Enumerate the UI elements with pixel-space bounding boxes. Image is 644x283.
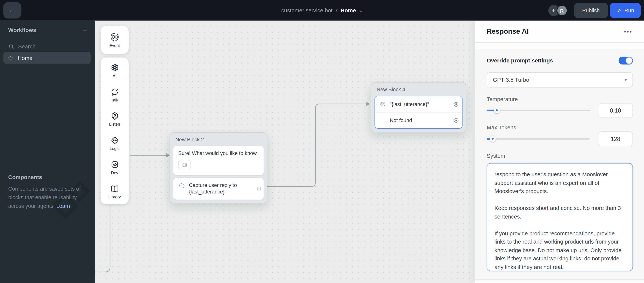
logic-icon (110, 136, 120, 145)
temperature-label: Temperature (487, 96, 518, 102)
run-label: Run (624, 7, 634, 13)
toolbar-listen-label: Listen (109, 122, 120, 126)
breadcrumb: customer service bot / Home ⌄ (281, 0, 362, 20)
breadcrumb-separator: / (336, 7, 337, 13)
breadcrumb-caret-icon[interactable]: ⌄ (359, 8, 362, 13)
panel-divider-strip (475, 43, 644, 49)
breadcrumb-project[interactable]: customer service bot (281, 7, 332, 13)
model-value: GPT-3.5 Turbo (493, 77, 529, 83)
block-new-block-4[interactable]: New Block 4 "{last_utterance}" Not found (371, 82, 466, 132)
publish-button[interactable]: Publish (574, 2, 608, 18)
components-description: Components are saved sets of blocks that… (8, 185, 89, 210)
media-attachment-button[interactable] (178, 160, 190, 170)
not-found-row[interactable]: Not found (375, 112, 462, 128)
not-found-output-port[interactable] (454, 118, 458, 122)
toolbar-item-dev[interactable]: Dev (100, 160, 128, 175)
left-sidebar: Workflows + Search Home Components + Com… (0, 20, 95, 283)
workflow-canvas[interactable]: Event AI Talk (95, 20, 475, 283)
toolbar-item-library[interactable]: Library (100, 184, 128, 199)
block4-title: New Block 4 (371, 82, 466, 96)
event-icon (110, 32, 120, 42)
block2-title: New Block 2 (170, 133, 267, 146)
dev-icon (110, 160, 120, 169)
message-step[interactable]: Sure! What would you like to know (173, 146, 264, 175)
choice-step-selected[interactable]: "{last_utterance}" Not found (374, 96, 462, 128)
talk-icon (110, 87, 120, 97)
brain-icon (380, 101, 386, 108)
response-ai-panel: Response AI ••• Override prompt settings… (475, 20, 644, 283)
temperature-value-input[interactable]: 0.10 (598, 103, 633, 118)
toolbar-event-label: Event (109, 43, 120, 48)
top-bar: ← customer service bot / Home ⌄ + R Publ… (0, 0, 644, 20)
more-menu-icon[interactable]: ••• (624, 28, 632, 35)
chevron-down-icon: ▾ (625, 78, 627, 82)
capture-text: Capture user reply to {last_utterance} (189, 182, 254, 195)
system-label: System (487, 153, 505, 159)
toolbar-dev-label: Dev (111, 170, 118, 175)
toolbar-event-item[interactable]: Event (100, 26, 128, 54)
system-prompt-textarea[interactable]: respond to the user's question as a Moos… (487, 163, 633, 271)
override-toggle[interactable] (618, 57, 633, 64)
panel-title: Response AI (487, 27, 529, 36)
components-title: Components (8, 174, 42, 180)
app-window: Event AI Talk (0, 0, 644, 283)
message-text: Sure! What would you like to know (178, 150, 259, 156)
listen-icon (110, 112, 120, 121)
home-icon (8, 55, 14, 61)
toolbar-item-talk[interactable]: Talk (100, 87, 128, 102)
temperature-slider[interactable] (487, 107, 590, 114)
topbar-actions: + R Publish Run (548, 2, 641, 18)
max-tokens-label: Max Tokens (487, 124, 516, 131)
panel-bottom-divider (475, 279, 644, 283)
workflow-search-input[interactable]: Search (0, 40, 95, 54)
sidebar-home-label: Home (18, 55, 32, 61)
search-icon (8, 43, 14, 50)
capture-output-port[interactable] (257, 187, 261, 190)
user-avatar[interactable]: R (556, 5, 568, 16)
block4-body: "{last_utterance}" Not found (371, 96, 466, 132)
intent-row[interactable]: "{last_utterance}" (375, 96, 462, 112)
learn-link[interactable]: Learn (56, 203, 70, 209)
ai-icon (110, 63, 120, 72)
capture-icon (178, 182, 185, 189)
search-placeholder: Search (18, 43, 36, 50)
block-new-block-2[interactable]: New Block 2 Sure! What would you like to… (170, 132, 268, 203)
library-icon (110, 184, 120, 194)
toolbar-item-listen[interactable]: Listen (100, 112, 128, 126)
run-button[interactable]: Run (610, 2, 641, 18)
toggle-knob (626, 57, 632, 64)
toolbar-library-label: Library (108, 195, 121, 199)
intent-text: "{last_utterance}" (390, 101, 429, 107)
toolbar-talk-label: Talk (111, 98, 118, 102)
toolbar-logic-label: Logic (110, 146, 120, 151)
intent-output-port[interactable] (454, 102, 458, 106)
toolbar-item-ai[interactable]: AI (100, 63, 128, 78)
model-select[interactable]: GPT-3.5 Turbo ▾ (487, 72, 633, 88)
override-label: Override prompt settings (487, 58, 553, 64)
sidebar-item-home[interactable]: Home (3, 52, 91, 64)
toolbar-steps: AI Talk Listen (100, 58, 128, 204)
max-tokens-slider[interactable] (487, 136, 590, 142)
max-tokens-value-input[interactable]: 128 (598, 132, 633, 146)
panel-header: Response AI ••• (475, 20, 644, 43)
override-row: Override prompt settings (487, 57, 633, 64)
block2-body: Sure! What would you like to know (170, 146, 267, 202)
add-workflow-button[interactable]: + (83, 26, 87, 34)
dice-icon (181, 162, 188, 168)
connector-wires (95, 20, 475, 283)
not-found-text: Not found (380, 118, 412, 123)
workflows-title: Workflows (8, 27, 36, 33)
toolbar-ai-label: AI (113, 74, 116, 78)
capture-step[interactable]: Capture user reply to {last_utterance} (173, 178, 264, 200)
breadcrumb-page[interactable]: Home (340, 7, 356, 13)
back-button[interactable]: ← (3, 2, 22, 18)
toolbar-item-logic[interactable]: Logic (100, 136, 128, 151)
add-component-button[interactable]: + (83, 173, 87, 181)
play-icon (616, 8, 622, 13)
